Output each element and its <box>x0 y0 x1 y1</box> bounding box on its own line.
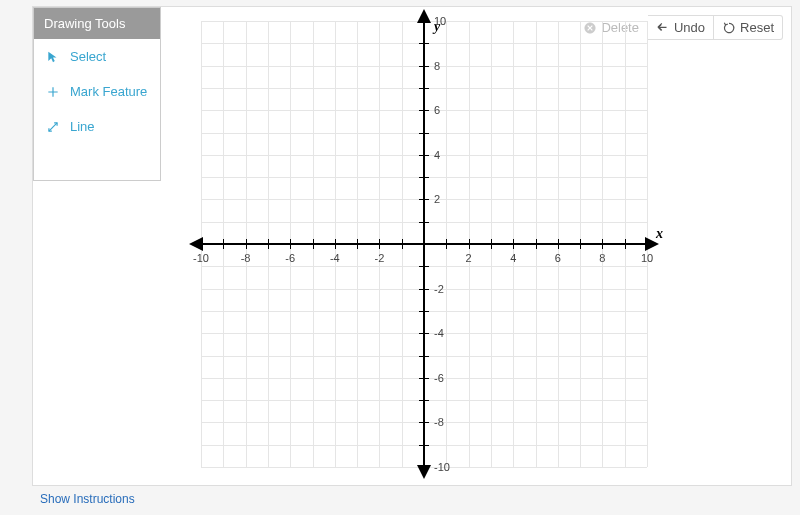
tool-select[interactable]: Select <box>34 39 160 74</box>
cursor-icon <box>46 50 60 64</box>
reset-label: Reset <box>740 20 774 35</box>
tool-mark-feature[interactable]: Mark Feature <box>34 74 160 109</box>
tool-label: Select <box>70 49 106 64</box>
line-icon <box>46 120 60 134</box>
show-instructions-link[interactable]: Show Instructions <box>40 492 135 506</box>
panel-title: Drawing Tools <box>34 8 160 39</box>
x-tick-label: 6 <box>555 252 561 264</box>
reset-icon <box>722 21 736 35</box>
coordinate-plane[interactable]: x y -10-8-6-4-2246810-10-8-6-4-2246810 <box>201 21 647 467</box>
panel-spacer <box>34 144 160 180</box>
tool-label: Mark Feature <box>70 84 147 99</box>
undo-button[interactable]: Undo <box>648 15 714 40</box>
x-tick-label: -6 <box>285 252 295 264</box>
x-axis-label: x <box>656 226 663 242</box>
reset-button[interactable]: Reset <box>714 15 783 40</box>
x-tick-label: 10 <box>641 252 653 264</box>
y-tick-label: -8 <box>434 416 444 428</box>
undo-icon <box>656 21 670 35</box>
y-tick-label: -4 <box>434 327 444 339</box>
y-tick-label: -6 <box>434 372 444 384</box>
x-tick-label: -2 <box>375 252 385 264</box>
x-tick-label: -10 <box>193 252 209 264</box>
tool-line[interactable]: Line <box>34 109 160 144</box>
x-tick-label: 8 <box>599 252 605 264</box>
undo-label: Undo <box>674 20 705 35</box>
x-tick-label: -4 <box>330 252 340 264</box>
x-tick-label: 4 <box>510 252 516 264</box>
x-tick-label: -8 <box>241 252 251 264</box>
drawing-tools-panel: Drawing Tools Select Mark Feature Line <box>33 7 161 181</box>
tool-label: Line <box>70 119 95 134</box>
y-tick-label: 6 <box>434 104 440 116</box>
y-tick-label: -10 <box>434 461 450 473</box>
plus-icon <box>46 85 60 99</box>
y-tick-label: 4 <box>434 149 440 161</box>
app-container: Delete Undo Reset Drawing Tools Select M… <box>32 6 792 486</box>
y-tick-label: -2 <box>434 283 444 295</box>
x-tick-label: 2 <box>466 252 472 264</box>
y-tick-label: 10 <box>434 15 446 27</box>
y-tick-label: 8 <box>434 60 440 72</box>
y-tick-label: 2 <box>434 193 440 205</box>
